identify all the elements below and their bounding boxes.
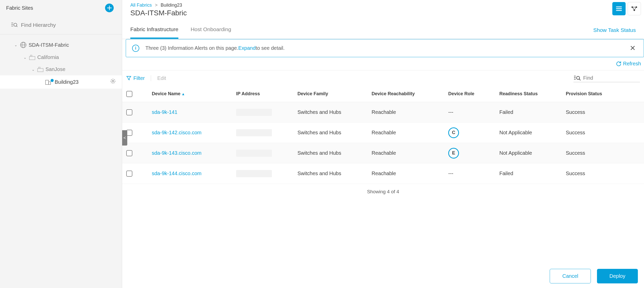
table-header: Device Name▲ IP Address Device Family De… xyxy=(122,86,644,102)
find-input-container[interactable] xyxy=(573,74,640,82)
hierarchy-search[interactable] xyxy=(0,16,122,34)
device-reachability: Reachable xyxy=(372,171,448,176)
building-icon xyxy=(45,79,51,85)
provision-status: Success xyxy=(566,171,640,176)
col-device-role[interactable]: Device Role xyxy=(448,91,499,97)
svg-point-9 xyxy=(112,80,114,82)
row-checkbox[interactable] xyxy=(126,150,132,156)
col-ip-address[interactable]: IP Address xyxy=(236,91,297,97)
breadcrumb-current: Building23 xyxy=(161,3,182,8)
device-reachability: Reachable xyxy=(372,150,448,156)
provision-status: Success xyxy=(566,130,640,136)
list-view-button[interactable] xyxy=(612,2,626,15)
tree-label: SanJose xyxy=(45,66,65,72)
svg-rect-4 xyxy=(30,55,32,56)
chevron-down-icon[interactable]: ⌄ xyxy=(24,55,27,59)
select-all-checkbox[interactable] xyxy=(126,91,132,97)
ip-address-redacted xyxy=(236,170,272,177)
alert-text: Three (3) Information Alerts on this pag… xyxy=(145,45,238,51)
device-name-link[interactable]: sda-9k-144.cisco.com xyxy=(152,171,202,176)
readiness-status: Not Applicable xyxy=(499,150,566,156)
alert-text-post: to see detail. xyxy=(256,45,284,51)
globe-icon xyxy=(20,42,27,48)
area-icon xyxy=(29,55,35,60)
col-readiness-status[interactable]: Readiness Status xyxy=(499,91,566,97)
col-device-name[interactable]: Device Name▲ xyxy=(152,91,236,97)
area-icon xyxy=(37,67,43,72)
col-device-reachability[interactable]: Device Reachability xyxy=(372,91,448,97)
refresh-button[interactable]: Refresh xyxy=(616,61,641,67)
table-row: sda-9k-141Switches and HubsReachable---F… xyxy=(122,102,644,123)
svg-rect-6 xyxy=(39,67,40,68)
device-name-link[interactable]: sda-9k-142.cisco.com xyxy=(152,130,202,135)
topology-icon xyxy=(631,6,638,11)
tree-node-building-active[interactable]: Building23 xyxy=(0,75,122,89)
status-dot-icon xyxy=(51,79,54,82)
device-name-link[interactable]: sda-9k-141 xyxy=(152,109,177,115)
sidebar-title: Fabric Sites xyxy=(6,5,33,11)
show-task-status-link[interactable]: Show Task Status xyxy=(593,27,636,33)
filter-icon xyxy=(126,76,131,81)
svg-point-12 xyxy=(634,9,635,11)
hierarchy-search-input[interactable] xyxy=(21,22,116,28)
deploy-button[interactable]: Deploy xyxy=(597,269,638,283)
tree-label: SDA-ITSM-Fabric xyxy=(29,42,69,48)
device-family: Switches and Hubs xyxy=(297,150,372,156)
alert-expand-link[interactable]: Expand xyxy=(238,45,256,51)
topology-view-button[interactable] xyxy=(628,2,641,15)
role-text: --- xyxy=(448,171,499,176)
refresh-icon xyxy=(616,61,622,67)
table-summary: Showing 4 of 4 xyxy=(122,184,644,200)
role-badge: C xyxy=(448,127,459,138)
device-reachability: Reachable xyxy=(372,130,448,136)
chevron-down-icon[interactable]: ⌄ xyxy=(14,43,18,47)
tree-label: Building23 xyxy=(55,79,78,85)
device-family: Switches and Hubs xyxy=(297,171,372,176)
chevron-down-icon[interactable]: ⌄ xyxy=(32,67,35,71)
tree-node-fabric[interactable]: ⌄ SDA-ITSM-Fabric xyxy=(0,39,122,51)
add-fabric-button[interactable] xyxy=(105,4,114,12)
row-checkbox[interactable] xyxy=(126,171,132,177)
table-row: sda-9k-142.cisco.comSwitches and HubsRea… xyxy=(122,123,644,143)
collapse-sidebar-button[interactable]: < xyxy=(122,130,127,146)
ip-address-redacted xyxy=(236,129,272,136)
page-title: SDA-ITSM-Fabric xyxy=(122,8,644,21)
device-family: Switches and Hubs xyxy=(297,109,372,115)
device-name-link[interactable]: sda-9k-143.cisco.com xyxy=(152,150,202,156)
svg-rect-3 xyxy=(29,56,35,60)
info-icon: i xyxy=(132,45,139,52)
breadcrumb-root[interactable]: All Fabrics xyxy=(130,3,152,8)
tree-node-site[interactable]: ⌄ SanJose xyxy=(0,63,122,75)
provision-status: Success xyxy=(566,150,640,156)
plus-icon xyxy=(107,6,112,10)
tree-node-region[interactable]: ⌄ California xyxy=(0,51,122,63)
device-family: Switches and Hubs xyxy=(297,130,372,136)
device-table: Device Name▲ IP Address Device Family De… xyxy=(122,86,644,184)
svg-rect-5 xyxy=(38,68,43,72)
svg-rect-8 xyxy=(49,82,51,85)
close-icon[interactable]: ✕ xyxy=(630,44,638,52)
search-list-icon xyxy=(11,22,17,28)
role-badge: E xyxy=(448,148,459,159)
filter-button[interactable]: Filter xyxy=(126,75,151,81)
tab-fabric-infrastructure[interactable]: Fabric Infrastructure xyxy=(130,21,178,39)
gear-icon[interactable] xyxy=(110,78,116,86)
col-device-family[interactable]: Device Family xyxy=(297,91,372,97)
col-provision-status[interactable]: Provision Status xyxy=(566,91,640,97)
find-input[interactable] xyxy=(583,75,639,81)
breadcrumb: All Fabrics > Building23 xyxy=(122,0,644,8)
readiness-status: Not Applicable xyxy=(499,130,566,136)
tree-label: California xyxy=(37,54,59,60)
list-icon xyxy=(616,6,622,11)
cancel-button[interactable]: Cancel xyxy=(550,269,591,283)
readiness-status: Failed xyxy=(499,109,566,115)
tab-host-onboarding[interactable]: Host Onboarding xyxy=(191,21,231,39)
row-checkbox[interactable] xyxy=(126,109,132,115)
search-icon xyxy=(574,75,581,81)
table-row: sda-9k-143.cisco.comSwitches and HubsRea… xyxy=(122,143,644,163)
ip-address-redacted xyxy=(236,150,272,157)
edit-button[interactable]: Edit xyxy=(157,75,166,81)
ip-address-redacted xyxy=(236,109,272,116)
role-text: --- xyxy=(448,109,499,115)
chevron-right-icon: > xyxy=(155,3,158,8)
